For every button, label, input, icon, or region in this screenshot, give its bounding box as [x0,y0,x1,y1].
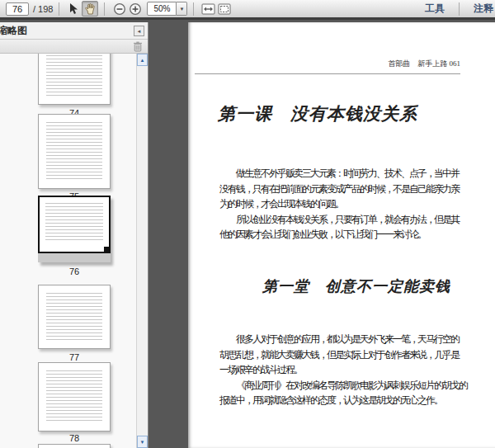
zoom-in-button[interactable] [129,2,142,16]
thumbnail-preview [46,122,102,181]
thumbnail-page-77[interactable] [38,285,111,349]
thumbnails-panel-title: 缩略图 [0,24,27,38]
hand-icon [85,3,96,15]
running-header: 首部曲 新手上路 061 [388,59,460,69]
page-number-input[interactable]: 76 [6,2,29,16]
body-text-block-2: 很多人对于创意的应用，都以为是天外飞来一笔，天马行空的 胡思乱想，就能大卖赚大钱… [219,332,475,408]
body-line: 胡思乱想，就能大卖赚大钱，但是实际上对于创作者来说，几乎是 [219,347,475,363]
thumbnails-sidebar: 缩略图 ◄ 74 75 [0,22,148,448]
fit-page-button[interactable] [216,1,233,17]
fit-width-button[interactable] [200,1,216,17]
toolbar-separator [193,2,194,16]
scroll-down-button[interactable]: ▼ [137,436,148,448]
delete-pages-icon[interactable] [133,41,143,52]
lesson-title: 第一课 没有本钱没关系 [218,102,417,125]
scroll-up-button[interactable]: ▲ [137,54,148,66]
body-line: 为的时候，才会出现本钱的问题。 [219,196,475,212]
thumbnail-hidden-area [38,253,111,262]
body-line: 他的因素才会让我们创业失败，以下让我们一一来讨论。 [219,227,475,243]
pdf-reader-window: 76 / 198 [0,0,495,448]
view-resize-handle[interactable] [104,247,110,252]
header-rule [195,73,460,74]
main-toolbar: 76 / 198 [0,0,495,20]
body-line: 做生意不外乎贩卖三大元素：时间劳力、技术、点子，当中并 [219,166,475,182]
select-cursor-icon [68,3,78,15]
thumbnails-toolbar [0,40,148,54]
thumbnail-page-75[interactable] [38,114,111,189]
fit-width-icon [201,3,215,15]
hand-tool-button[interactable] [82,1,98,17]
thumbnail-list: 74 75 76 77 78 [0,54,136,448]
comments-panel-button[interactable]: 注释 [465,2,495,16]
body-line: 《商业周刊》在对改编名导陈凯歌电影为讽刺娱乐短片的胡戈的 [219,378,475,394]
zoom-out-button[interactable] [113,2,126,16]
page-count-label: / 198 [33,4,53,14]
body-line: 很多人对于创意的应用，都以为是天外飞来一笔，天马行空的 [219,332,475,347]
toolbar-separator [459,2,460,16]
thumbnail-label: 76 [38,266,111,276]
select-tool-button[interactable] [65,1,82,17]
thumbnail-page-78[interactable] [38,362,111,431]
book-page-76: 首部曲 新手上路 061 第一课 没有本钱没关系 做生意不外乎贩卖三大元素：时间… [188,22,495,448]
zoom-level-value[interactable]: 50% [147,2,177,16]
thumbnail-page-79[interactable] [38,444,111,448]
thumbnail-label: 77 [38,352,111,362]
thumbnails-panel-header: 缩略图 ◄ [0,22,148,40]
thumbnail-page-76-selected[interactable] [38,196,111,262]
thumbnail-preview [46,54,102,97]
section-title: 第一堂 创意不一定能卖钱 [262,276,450,296]
thumbnail-label: 78 [38,433,111,443]
zoom-dropdown-button[interactable]: ▼ [177,2,187,16]
thumbnail-preview [46,293,102,341]
toolbar-separator [104,2,105,16]
body-line: 报道中，用词就隐含这样的态度，认为这是胡戈的无心之作。 [219,393,475,408]
thumbnails-scrollbar[interactable]: ▲ ▼ [136,54,148,448]
fit-page-icon [218,3,231,15]
tools-panel-button[interactable]: 工具 [417,2,453,16]
thumbnail-preview [46,370,102,423]
body-line: 所以创业没有本钱没关系，只要有订单，就会有办法，但是其 [219,212,475,228]
thumbnail-page-74[interactable] [38,54,111,105]
body-text-block-1: 做生意不外乎贩卖三大元素：时间劳力、技术、点子，当中并 没有钱，只有在把前面的元… [219,166,475,243]
toolbar-separator [59,2,59,16]
current-view-indicator[interactable] [38,196,111,253]
body-line: 一场艰辛的战斗过程。 [219,362,475,378]
collapse-panel-button[interactable]: ◄ [134,26,144,36]
document-pane[interactable]: 首部曲 新手上路 061 第一课 没有本钱没关系 做生意不外乎贩卖三大元素：时间… [149,22,495,448]
body-line: 没有钱，只有在把前面的元素变成产品的时候，不是自己能亲力亲 [219,182,475,197]
